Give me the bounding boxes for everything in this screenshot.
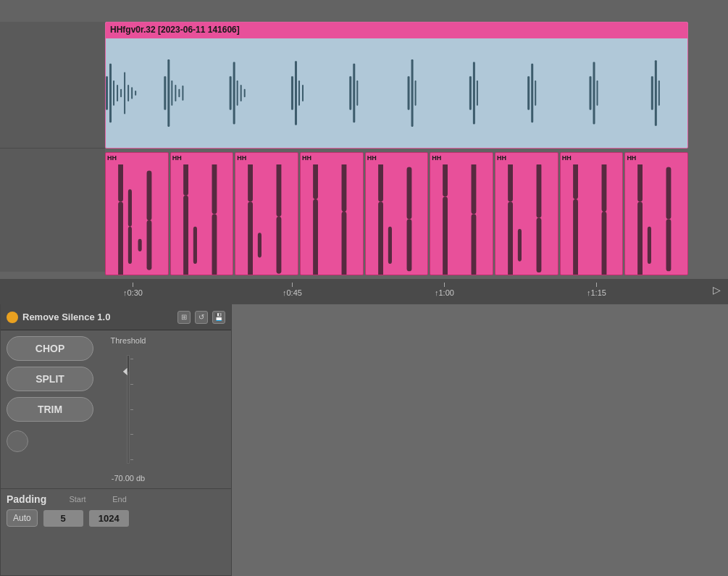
slider-fill (127, 372, 129, 463)
padding-inputs-row: Auto (7, 509, 225, 527)
list-item[interactable]: HH (624, 152, 688, 275)
clip-waveform (625, 164, 687, 275)
padding-end-label: End (101, 495, 138, 504)
right-panel (232, 304, 728, 576)
svg-rect-28 (411, 59, 414, 127)
plugin-power-button[interactable] (7, 312, 18, 323)
svg-rect-73 (518, 229, 522, 262)
svg-rect-37 (593, 62, 595, 125)
clip-waveform (171, 164, 233, 275)
clip-waveform (106, 164, 168, 275)
threshold-label: Threshold (111, 336, 146, 345)
svg-rect-15 (230, 76, 232, 109)
svg-rect-77 (573, 199, 578, 275)
svg-rect-18 (240, 85, 242, 101)
svg-rect-44 (138, 239, 142, 251)
plugin-buttons-column: CHOP SPLIT TRIM (7, 336, 93, 483)
svg-rect-79 (573, 164, 578, 199)
svg-rect-82 (648, 227, 651, 264)
svg-rect-85 (666, 167, 671, 219)
svg-rect-84 (638, 164, 643, 201)
ruler-mark-045: ↑0:45 (283, 283, 302, 297)
padding-end-input[interactable] (89, 510, 129, 527)
svg-rect-32 (477, 80, 478, 106)
chopped-clips-row: HH HH (105, 152, 688, 275)
svg-rect-11 (171, 80, 172, 106)
track-label-chopped (0, 149, 105, 272)
plugin-disk-icon[interactable]: 💾 (212, 311, 225, 324)
svg-rect-48 (147, 171, 152, 221)
svg-rect-70 (443, 164, 448, 197)
circle-toggle-button[interactable] (7, 430, 28, 452)
ruler-mark-115: ↑1:15 (587, 283, 606, 297)
waveform-svg (106, 38, 687, 148)
svg-rect-81 (638, 201, 643, 275)
list-item[interactable]: HH (560, 152, 624, 275)
svg-rect-65 (406, 219, 411, 271)
svg-rect-52 (183, 164, 188, 196)
svg-rect-41 (658, 80, 660, 106)
svg-rect-66 (378, 164, 383, 201)
svg-rect-27 (408, 76, 410, 109)
threshold-slider-track[interactable] (127, 355, 130, 464)
svg-rect-29 (415, 80, 417, 106)
padding-section: Padding Start End Auto (1, 488, 231, 535)
svg-rect-69 (472, 214, 477, 275)
svg-rect-38 (597, 80, 598, 106)
padding-start-input[interactable] (43, 510, 83, 527)
svg-rect-39 (651, 76, 653, 109)
svg-rect-76 (537, 164, 542, 218)
svg-rect-72 (508, 201, 513, 275)
svg-rect-50 (193, 227, 197, 264)
plugin-save-icon[interactable]: ⊞ (177, 311, 191, 324)
ruler-arrow-icon: ▷ (713, 284, 721, 296)
svg-rect-7 (131, 87, 133, 99)
track-labels (0, 22, 105, 275)
list-item[interactable]: HH (365, 152, 429, 275)
svg-rect-55 (258, 233, 262, 257)
list-item[interactable]: HH (300, 152, 364, 275)
svg-rect-59 (313, 199, 318, 275)
svg-rect-75 (508, 164, 513, 201)
svg-rect-3 (117, 85, 118, 101)
list-item[interactable]: HH (430, 152, 493, 275)
svg-rect-78 (601, 212, 606, 275)
ruler-mark-100: ↑1:00 (435, 283, 454, 297)
padding-auto-button[interactable]: Auto (7, 509, 38, 527)
svg-rect-64 (388, 227, 392, 264)
track-label-audio (0, 22, 105, 149)
plugin-refresh-icon[interactable]: ↺ (195, 311, 208, 324)
svg-rect-19 (244, 89, 246, 98)
ruler-mark-030: ↑0:30 (123, 283, 143, 297)
svg-rect-4 (120, 89, 122, 98)
svg-rect-53 (212, 164, 217, 214)
svg-rect-1 (109, 64, 112, 122)
svg-rect-68 (443, 197, 448, 275)
svg-rect-2 (113, 80, 114, 106)
svg-rect-12 (175, 85, 176, 101)
plugin-panel: Remove Silence 1.0 ⊞ ↺ 💾 CHOP SPLIT TRIM… (0, 304, 232, 576)
svg-rect-46 (118, 164, 123, 201)
list-item[interactable]: HH (170, 152, 234, 275)
list-item[interactable]: HH (495, 152, 558, 275)
svg-rect-5 (124, 72, 125, 114)
list-item[interactable]: HH (105, 152, 169, 275)
timeline-ruler: ↑0:30 ↑0:45 ↑1:00 ↑1:15 ▷ (0, 279, 728, 304)
svg-rect-40 (655, 60, 657, 126)
clip-waveform (235, 164, 298, 275)
svg-rect-17 (237, 80, 238, 106)
clip-title: HHfgv0r.32 [2023-06-11 141606] (106, 22, 687, 38)
svg-rect-54 (248, 201, 253, 275)
list-item[interactable]: HH (235, 152, 298, 275)
svg-rect-80 (601, 164, 606, 212)
svg-rect-21 (295, 61, 297, 125)
svg-rect-43 (128, 227, 132, 264)
svg-rect-49 (183, 196, 188, 275)
trim-button[interactable]: TRIM (7, 397, 93, 422)
split-button[interactable]: SPLIT (7, 367, 93, 391)
audio-clip[interactable]: HHfgv0r.32 [2023-06-11 141606] (105, 22, 688, 149)
svg-rect-60 (342, 212, 347, 275)
clip-waveform (495, 164, 558, 275)
chop-button[interactable]: CHOP (7, 336, 93, 361)
clip-waveform (430, 164, 493, 275)
